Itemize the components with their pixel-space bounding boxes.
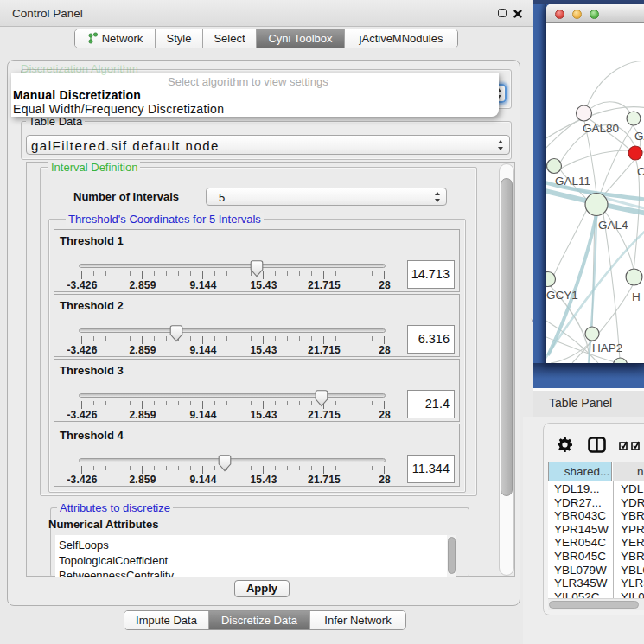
svg-text:GAL4: GAL4 (598, 219, 628, 232)
svg-text:HAP2: HAP2 (592, 341, 622, 354)
svg-text:GAL11: GAL11 (555, 175, 590, 188)
svg-text:GCY1: GCY1 (546, 289, 578, 302)
svg-text:GA: GA (634, 130, 644, 143)
svg-text:C: C (637, 165, 644, 178)
svg-text:H: H (632, 290, 641, 303)
svg-text:GAL80: GAL80 (583, 122, 619, 135)
